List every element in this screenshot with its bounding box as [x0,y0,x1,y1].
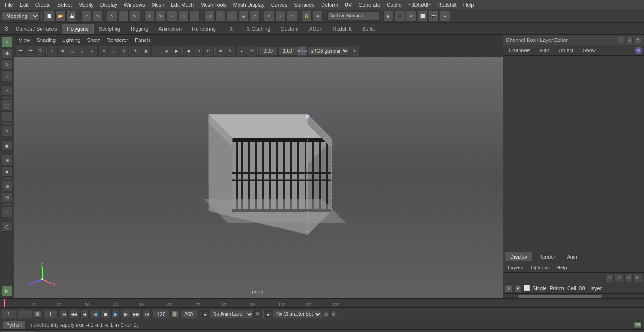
vp-select-btn[interactable]: ↖ [48,46,57,56]
move-tool-btn[interactable]: ✥ [2,48,12,58]
snap-curve-btn[interactable]: ⌇ [215,11,226,21]
vp-render-btn[interactable]: ▶ [172,46,182,56]
menu-generate[interactable]: Generate [355,1,383,8]
menu-edit[interactable]: Edit [17,1,32,8]
save-btn[interactable]: 💾 [66,11,77,21]
highlight-btn[interactable]: ◈ [313,11,323,21]
timeline[interactable]: 1 10 20 30 40 50 60 70 80 90 100 110 120 [0,298,644,308]
pb-goto-end-btn[interactable]: ⏭ [142,310,151,318]
transform-manip-btn[interactable]: ⊞ [2,155,12,165]
tab-polygons[interactable]: Polygons [62,24,93,34]
vp-iso-btn[interactable]: ◆ [184,46,193,56]
vp-cam3-btn[interactable]: 🎬 [36,46,45,56]
plus-view-btn[interactable]: ⊞ [2,181,12,191]
menu-3dtoall[interactable]: ~3DtoAll~ [405,1,434,8]
settings-icon[interactable]: ⚙ [2,24,10,33]
question-btn[interactable]: ? [287,11,297,21]
menu-help[interactable]: Help [461,1,477,8]
gamma-select[interactable]: sRGB gamma [307,47,349,55]
pb-prev-key-btn[interactable]: ◀◀ [70,310,78,318]
view-cube-btn[interactable]: ⬡ [2,221,12,232]
pb-stop-btn[interactable]: ⏹ [101,310,109,318]
vp-hud-btn[interactable]: ≡ [87,46,97,56]
bottom-window-btn[interactable]: ⬜ — □ ✕ [2,330,34,332]
scale-btn[interactable]: ⤢ [167,11,177,21]
vp-texture-btn[interactable]: □ [152,46,162,56]
cb-maximize-btn[interactable]: □ [626,37,633,43]
scale-tool-btn[interactable]: ⤢ [2,71,12,81]
select-tool-btn[interactable]: ↖ [2,37,12,47]
vp-xray-btn[interactable]: ⊙ [194,46,203,56]
tab-animation[interactable]: Animation [153,24,187,33]
pb-current-frame[interactable] [2,310,16,318]
paint-sel-btn[interactable]: ✎ [130,11,140,21]
rotate-tool-btn[interactable]: ↻ [2,59,12,70]
layer-v-btn[interactable]: V [505,284,512,292]
vp-grid-btn[interactable]: # [99,46,108,56]
layer-arrow-left2[interactable]: ◁ [615,274,623,282]
vp-menu-renderer[interactable]: Renderer [104,36,131,44]
viewport-3d[interactable]: View Shading Lighting Show Renderer Pane… [14,35,503,298]
tab-fx-caching[interactable]: FX Caching [238,24,275,33]
vp-shadow-btn[interactable]: ◑ [140,46,150,56]
render-cam-btn[interactable]: 📷 [429,11,439,21]
dr-tab-render[interactable]: Render [533,252,561,261]
vp-menu-shading[interactable]: Shading [34,36,58,44]
menu-deform[interactable]: Deform [318,1,341,8]
menu-mesh-tools[interactable]: Mesh Tools [198,1,229,8]
menu-select[interactable]: Select [55,1,75,8]
char-set-select[interactable]: No Character Set [273,310,322,318]
layers-btn[interactable]: ≡ [2,207,12,217]
cb-tab-channels[interactable]: Channels [505,47,534,54]
render-btn[interactable]: ▶ [383,11,394,21]
vp-color-btn[interactable]: ◈ [162,46,172,56]
snap-grid-btn[interactable]: ⊞ [204,11,215,21]
cb-close-btn[interactable]: ✕ [635,37,641,43]
lasso-tool-btn[interactable]: ⌒ [2,111,12,121]
lasso-btn[interactable]: ⌒ [118,11,129,21]
menu-mesh-display[interactable]: Mesh Display [231,1,267,8]
render-region-btn[interactable]: ⬜ [417,11,428,21]
menu-curves[interactable]: Curves [268,1,290,8]
layers-scrollbar[interactable] [503,293,644,298]
pb-next-key-btn[interactable]: ▶▶ [132,310,140,318]
open-btn[interactable]: 📂 [55,11,66,21]
vp-menu-show[interactable]: Show [84,36,103,44]
tab-curves-surfaces[interactable]: Curves / Surfaces [10,24,62,33]
pb-range-end[interactable] [180,310,197,318]
redo-btn[interactable]: ↪ [92,11,103,21]
menu-file[interactable]: File [2,1,16,8]
pb-prev-frame-btn[interactable]: ◀ [80,310,89,318]
anim-layer-select[interactable]: No Anim Layer [210,310,254,318]
new-scene-btn[interactable]: 📄 [44,11,54,21]
tab-rendering[interactable]: Rendering [187,24,221,33]
menu-cache[interactable]: Cache [384,1,405,8]
tab-xgen[interactable]: XGen [304,24,327,33]
pb-play-back-btn[interactable]: ◀ [91,310,99,318]
vp-paint-btn[interactable]: ✎ [225,46,235,56]
pb-next-frame-btn[interactable]: ▶ [122,310,130,318]
rotate-btn[interactable]: ↻ [156,11,166,21]
layer-arrow-left[interactable]: ◁ [605,274,614,282]
pb-play-fwd-btn[interactable]: ▶ [111,310,120,318]
vp-smooth-btn[interactable]: ◌ [109,46,118,56]
char-set-icon1[interactable]: ▤ [323,311,330,317]
menu-mesh[interactable]: Mesh [149,1,167,8]
cb-tab-object[interactable]: Object [554,47,577,54]
menu-create[interactable]: Create [33,1,54,8]
vp-menu-lighting[interactable]: Lighting [59,36,83,44]
vp-wire-btn[interactable]: ⊞ [119,46,128,56]
script-editor-btn[interactable]: ⌨ [634,321,641,329]
vp-gate-btn[interactable]: ⬚ [67,46,77,56]
show-hide-btn[interactable]: ◉ [2,140,12,151]
cb-minimize-btn[interactable]: — [618,37,624,43]
tab-fx[interactable]: FX [221,24,238,33]
select-btn[interactable]: ↖ [107,11,117,21]
vp-menu-panels[interactable]: Panels [132,36,154,44]
dr-tab-anim[interactable]: Anim [561,252,584,261]
snap-view-btn[interactable]: ◈ [238,11,248,21]
vp-menu-view[interactable]: View [16,36,33,44]
snap-live-btn[interactable]: ◇ [249,11,260,21]
tab-bullet[interactable]: Bullet [357,24,380,33]
soft-select-btn[interactable]: ~ [2,85,12,96]
